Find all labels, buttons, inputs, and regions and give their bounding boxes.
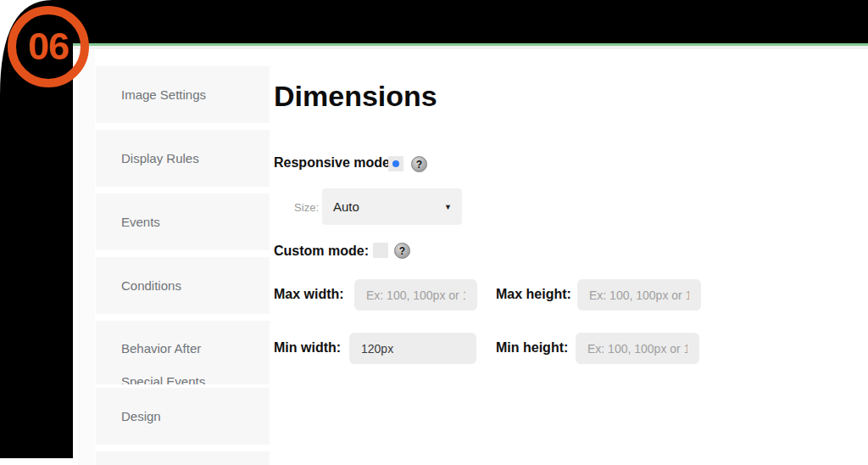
custom-mode-label: Custom mode: <box>274 244 369 259</box>
sidebar-item-label-line2: Special Events <box>96 374 205 384</box>
min-width-label: Min width: <box>274 340 341 356</box>
size-label: Size: <box>274 201 319 214</box>
sidebar-item-partial[interactable] <box>96 451 270 465</box>
sidebar-item-label: Design <box>96 409 161 423</box>
question-mark-icon: ? <box>399 245 405 257</box>
sidebar-item-label: Conditions <box>96 278 181 293</box>
page: 06 Image Settings Display Rules Events C… <box>0 0 868 465</box>
max-height-label: Max height: <box>496 287 571 302</box>
sidebar-item-image-settings[interactable]: Image Settings <box>96 66 270 123</box>
min-width-input[interactable] <box>349 333 476 364</box>
sidebar-gutter <box>78 49 95 465</box>
responsive-mode-help-icon[interactable]: ? <box>411 156 427 172</box>
sidebar-item-design[interactable]: Design <box>96 388 270 445</box>
min-height-input[interactable] <box>576 333 699 364</box>
custom-mode-help-icon[interactable]: ? <box>394 243 410 259</box>
sidebar-item-label: Events <box>96 215 160 229</box>
max-height-input[interactable] <box>577 279 701 311</box>
size-dropdown-value: Auto <box>322 199 444 214</box>
sidebar-item-display-rules[interactable]: Display Rules <box>96 130 270 187</box>
responsive-mode-checkbox[interactable] <box>388 156 403 171</box>
sidebar-item-conditions[interactable]: Conditions <box>96 257 270 314</box>
max-width-label: Max width: <box>274 287 344 302</box>
sidebar-item-behavior-after-special-events[interactable]: Behavior After Special Events <box>96 321 270 384</box>
responsive-mode-label: Responsive mode: <box>274 155 394 171</box>
page-title: Dimensions <box>274 80 437 113</box>
min-height-label: Min height: <box>496 340 568 356</box>
step-number-badge: 06 <box>8 6 89 87</box>
max-width-input[interactable] <box>354 279 477 311</box>
question-mark-icon: ? <box>416 159 422 171</box>
checkbox-checked-dot <box>392 160 399 167</box>
sidebar-item-events[interactable]: Events <box>96 193 270 250</box>
sidebar-item-label: Display Rules <box>96 151 199 165</box>
sidebar-item-label: Behavior After <box>96 341 201 356</box>
chevron-down-icon: ▼ <box>444 203 462 211</box>
step-number: 06 <box>28 25 69 69</box>
sidebar-item-label: Image Settings <box>96 87 206 102</box>
size-dropdown[interactable]: Auto ▼ <box>322 188 462 225</box>
gray-divider <box>73 46 868 49</box>
custom-mode-checkbox[interactable] <box>373 243 388 258</box>
